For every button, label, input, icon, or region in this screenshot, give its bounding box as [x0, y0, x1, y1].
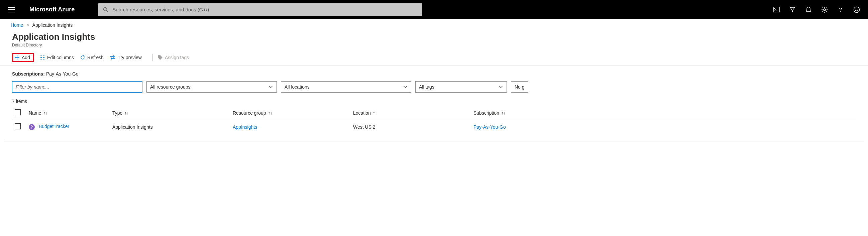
column-subscription[interactable]: Subscription↑↓: [473, 110, 540, 116]
resources-table: Name↑↓ Type↑↓ Resource group↑↓ Location↑…: [0, 106, 868, 134]
search-icon: [103, 7, 108, 12]
grouping-label: No g: [515, 84, 525, 90]
command-bar: Add Edit columns Refresh Try preview Ass…: [0, 48, 868, 66]
column-name[interactable]: Name↑↓: [29, 110, 112, 116]
svg-rect-1: [8, 9, 15, 10]
breadcrumb-current: Application Insights: [32, 23, 73, 28]
chevron-down-icon: [499, 85, 503, 89]
locations-label: All locations: [284, 84, 310, 90]
page-title: Application Insights: [12, 32, 856, 42]
chevron-down-icon: [403, 85, 408, 89]
table-header: Name↑↓ Type↑↓ Resource group↑↓ Location↑…: [12, 106, 856, 120]
column-resource-group[interactable]: Resource group↑↓: [233, 110, 353, 116]
svg-rect-2: [8, 12, 15, 12]
notifications-icon[interactable]: [801, 2, 816, 18]
page-header: Application Insights Default Directory: [0, 30, 868, 48]
assign-tags-button: Assign tags: [157, 53, 189, 62]
filter-bar: All resource groups All locations All ta…: [0, 78, 868, 97]
topbar-actions: [768, 2, 865, 18]
resource-type: Application Insights: [112, 124, 233, 130]
edit-columns-label: Edit columns: [47, 55, 74, 60]
breadcrumb: Home > Application Insights: [0, 19, 868, 30]
sort-icon: ↑↓: [43, 110, 48, 115]
svg-point-3: [104, 7, 107, 11]
toolbar-separator: [152, 54, 153, 61]
help-icon[interactable]: [833, 2, 848, 18]
svg-line-4: [107, 10, 108, 12]
global-search[interactable]: [98, 3, 422, 16]
add-button[interactable]: Add: [12, 53, 34, 62]
feedback-icon[interactable]: [848, 2, 865, 18]
breadcrumb-home-link[interactable]: Home: [11, 23, 23, 28]
svg-point-21: [31, 125, 33, 127]
subscriptions-label: Subscriptions:: [12, 71, 45, 76]
table-row: BudgetTracker Application Insights AppIn…: [12, 120, 856, 134]
breadcrumb-separator: >: [26, 23, 29, 28]
columns-icon: [40, 55, 45, 60]
settings-icon[interactable]: [816, 2, 833, 18]
items-count: 7 items: [0, 97, 868, 106]
svg-point-8: [840, 11, 841, 12]
locations-dropdown[interactable]: All locations: [281, 81, 411, 93]
svg-point-7: [824, 9, 826, 11]
chevron-down-icon: [269, 85, 273, 89]
row-checkbox[interactable]: [15, 123, 21, 129]
brand-label: Microsoft Azure: [29, 6, 74, 13]
sort-icon: ↑↓: [268, 110, 273, 115]
global-search-input[interactable]: [112, 7, 417, 12]
svg-point-11: [857, 9, 858, 9]
swap-icon: [110, 55, 116, 60]
panel-bottom-border: [4, 141, 864, 141]
refresh-icon: [80, 55, 85, 60]
sort-icon: ↑↓: [373, 110, 377, 115]
refresh-button[interactable]: Refresh: [80, 53, 104, 62]
try-preview-label: Try preview: [118, 55, 142, 60]
try-preview-button[interactable]: Try preview: [110, 53, 142, 62]
assign-tags-label: Assign tags: [165, 55, 189, 60]
cloud-shell-icon[interactable]: [768, 2, 784, 18]
grouping-dropdown[interactable]: No g: [511, 81, 528, 93]
svg-point-20: [159, 56, 159, 57]
subscriptions-line: Subscriptions: Pay-As-You-Go: [0, 66, 868, 78]
refresh-label: Refresh: [87, 55, 104, 60]
resource-location: West US 2: [353, 124, 473, 130]
subscription-link[interactable]: Pay-As-You-Go: [473, 124, 506, 130]
appinsights-resource-icon: [29, 124, 35, 130]
column-location[interactable]: Location↑↓: [353, 110, 473, 116]
page-subtitle: Default Directory: [12, 43, 856, 47]
select-all-checkbox[interactable]: [15, 109, 21, 115]
hamburger-menu-button[interactable]: [3, 2, 20, 18]
filter-icon[interactable]: [784, 2, 801, 18]
sort-icon: ↑↓: [124, 110, 129, 115]
resource-groups-dropdown[interactable]: All resource groups: [147, 81, 277, 93]
tags-dropdown[interactable]: All tags: [415, 81, 507, 93]
filter-by-name-input[interactable]: [12, 81, 143, 93]
svg-point-10: [855, 9, 856, 9]
add-label: Add: [22, 55, 30, 60]
tags-label: All tags: [419, 84, 434, 90]
svg-point-9: [854, 7, 860, 12]
edit-columns-button[interactable]: Edit columns: [40, 53, 74, 62]
resource-groups-label: All resource groups: [150, 84, 191, 90]
subscriptions-value: Pay-As-You-Go: [46, 71, 79, 76]
plus-icon: [14, 55, 20, 60]
tag-icon: [157, 55, 163, 60]
svg-rect-5: [773, 7, 779, 12]
top-bar: Microsoft Azure: [0, 0, 868, 19]
svg-rect-0: [8, 7, 15, 8]
resource-name-link[interactable]: BudgetTracker: [39, 124, 69, 129]
sort-icon: ↑↓: [501, 110, 505, 115]
column-type[interactable]: Type↑↓: [112, 110, 233, 116]
resource-group-link[interactable]: AppInsights: [233, 124, 257, 130]
